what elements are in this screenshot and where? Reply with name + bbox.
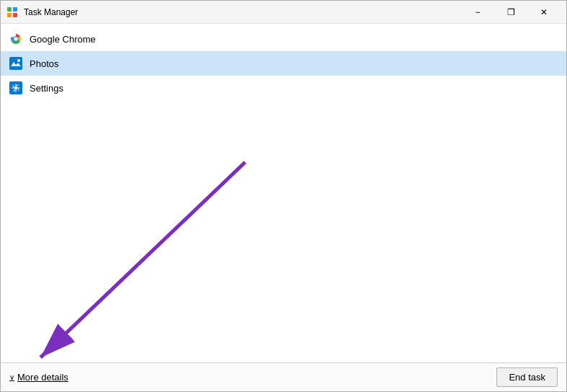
photos-icon [9, 57, 22, 70]
list-item[interactable]: Photos [1, 51, 566, 76]
chrome-icon [9, 32, 22, 45]
chevron-down-icon: ∨ [9, 373, 14, 381]
svg-rect-1 [13, 7, 17, 12]
window-icon [6, 6, 18, 18]
settings-icon [9, 81, 22, 94]
list-item[interactable]: Settings [1, 76, 566, 100]
more-details-button[interactable]: ∨ More details [9, 372, 68, 383]
close-button[interactable]: ✕ [527, 1, 561, 24]
restore-button[interactable]: ❐ [494, 1, 527, 24]
task-manager-window: Task Manager − ❐ ✕ [0, 0, 567, 392]
task-name-photos: Photos [30, 58, 58, 69]
more-details-label: More details [17, 372, 68, 383]
task-name-chrome: Google Chrome [30, 34, 96, 45]
svg-rect-0 [7, 7, 12, 12]
window-title: Task Manager [24, 7, 461, 17]
end-task-button[interactable]: End task [496, 368, 558, 387]
bottom-bar: ∨ More details End task [1, 362, 566, 391]
task-list: Google Chrome Photos [1, 24, 566, 362]
svg-rect-3 [13, 13, 17, 17]
svg-point-10 [17, 59, 20, 62]
list-item[interactable]: Google Chrome [1, 27, 566, 51]
minimize-button[interactable]: − [461, 1, 494, 24]
svg-point-7 [14, 37, 18, 41]
task-name-settings: Settings [30, 83, 63, 94]
svg-rect-8 [9, 57, 22, 70]
window-controls: − ❐ ✕ [461, 1, 561, 24]
svg-point-12 [14, 86, 18, 90]
svg-rect-2 [7, 13, 12, 17]
title-bar: Task Manager − ❐ ✕ [1, 1, 566, 24]
